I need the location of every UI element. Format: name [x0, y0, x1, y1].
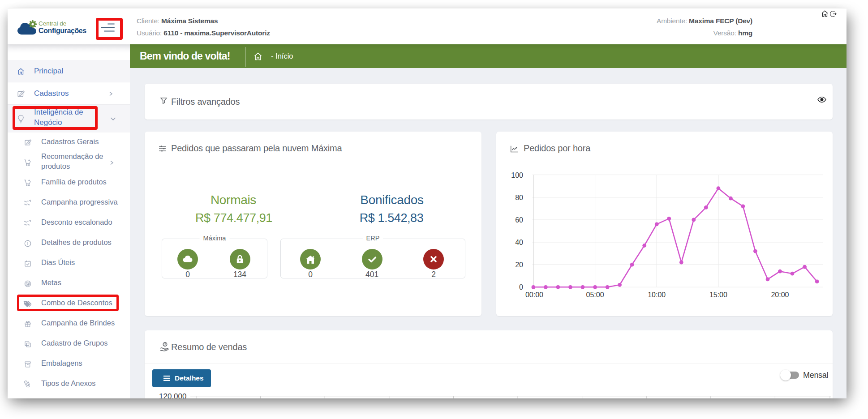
svg-text:0: 0 [519, 283, 523, 291]
svg-text:20:00: 20:00 [771, 291, 789, 299]
svg-text:100: 100 [511, 171, 523, 179]
svg-text:05:00: 05:00 [586, 291, 604, 299]
svg-text:10:00: 10:00 [648, 291, 666, 299]
svg-text:80: 80 [515, 194, 523, 201]
svg-text:60: 60 [515, 216, 523, 224]
svg-text:15:00: 15:00 [709, 291, 727, 299]
svg-text:20: 20 [515, 261, 523, 269]
svg-text:00:00: 00:00 [525, 291, 543, 299]
svg-text:40: 40 [515, 239, 523, 246]
